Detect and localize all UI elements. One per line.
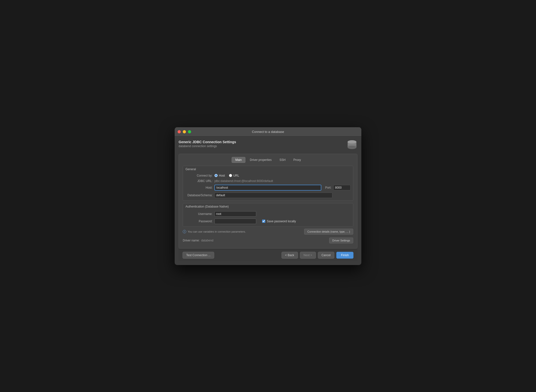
minimize-button[interactable] xyxy=(183,130,186,133)
save-password-label: Save password locally xyxy=(267,220,296,223)
maximize-button[interactable] xyxy=(188,130,191,133)
general-section-title: General xyxy=(183,166,353,172)
host-label: Host: xyxy=(185,186,212,189)
header-text: Generic JDBC Connection Settings databen… xyxy=(179,140,236,148)
radio-host-label: Host xyxy=(219,174,225,177)
tab-ssh[interactable]: SSH xyxy=(276,157,289,163)
driver-row: Driver name: databend Driver Settings xyxy=(183,237,353,244)
password-row: Password: Save password locally xyxy=(185,219,351,224)
radio-url-input[interactable] xyxy=(229,174,232,177)
jdbc-url-row: JDBC URL: jdbc:databend://root:@localhos… xyxy=(185,179,351,183)
header-title: Generic JDBC Connection Settings xyxy=(179,140,236,144)
general-section: General Connect by: Host URL xyxy=(183,166,353,201)
tab-driver-properties[interactable]: Driver properties xyxy=(246,157,275,163)
database-input[interactable] xyxy=(214,193,332,198)
jdbc-url-value: jdbc:databend://root:@localhost:8000/def… xyxy=(214,179,273,183)
password-label: Password: xyxy=(185,220,212,223)
info-row: i You can use variables in connection pa… xyxy=(183,229,353,235)
save-password-checkbox[interactable] xyxy=(262,220,265,223)
driver-name-label: Driver name: xyxy=(183,239,200,242)
auth-section-content: Username: Password: Save password locall… xyxy=(183,210,353,226)
connection-details-button[interactable]: Connection details (name, type, ... ) xyxy=(304,229,353,235)
username-input[interactable] xyxy=(214,211,256,217)
tab-main[interactable]: Main xyxy=(232,157,245,163)
main-window: Connect to a database Generic JDBC Conne… xyxy=(175,127,361,265)
database-label: Database/Schema: xyxy=(185,194,212,197)
footer-right: < Back Next > Cancel Finish xyxy=(282,252,353,259)
radio-url-option[interactable]: URL xyxy=(229,174,239,177)
tabs-row: Main Driver properties SSH Proxy xyxy=(183,157,353,163)
driver-name-value: databend xyxy=(201,239,213,242)
info-text: You can use variables in connection para… xyxy=(188,230,246,233)
tabs-panel: Main Driver properties SSH Proxy General… xyxy=(179,154,357,249)
connect-by-radio-group: Host URL xyxy=(214,174,239,177)
window-controls xyxy=(178,130,191,133)
titlebar-title: Connect to a database xyxy=(252,130,284,134)
host-row: Host: Port: xyxy=(185,185,351,191)
svg-point-2 xyxy=(348,146,356,149)
header-subtitle: databend connection settings xyxy=(179,144,236,148)
window-body: Generic JDBC Connection Settings databen… xyxy=(175,137,361,265)
port-input[interactable] xyxy=(333,185,351,190)
cancel-button[interactable]: Cancel xyxy=(318,252,334,259)
host-input[interactable] xyxy=(214,185,321,191)
radio-host-option[interactable]: Host xyxy=(214,174,225,177)
titlebar: Connect to a database xyxy=(175,127,361,137)
driver-settings-button[interactable]: Driver Settings xyxy=(329,238,353,243)
auth-section-title: Authentication (Database Native) xyxy=(183,203,353,210)
footer: Test Connection ... < Back Next > Cancel… xyxy=(179,249,357,261)
password-input[interactable] xyxy=(214,219,256,224)
next-button[interactable]: Next > xyxy=(300,252,316,259)
database-row: Database/Schema: xyxy=(185,193,351,198)
window-header: Generic JDBC Connection Settings databen… xyxy=(179,140,357,151)
back-button[interactable]: < Back xyxy=(282,252,298,259)
radio-host-input[interactable] xyxy=(214,174,218,177)
driver-label-row: Driver name: databend xyxy=(183,239,213,242)
save-password-group: Save password locally xyxy=(262,220,296,223)
connect-by-label: Connect by: xyxy=(185,174,212,177)
finish-button[interactable]: Finish xyxy=(336,252,353,259)
jdbc-url-label: JDBC URL: xyxy=(185,179,212,183)
username-row: Username: xyxy=(185,211,351,217)
username-label: Username: xyxy=(185,212,212,216)
radio-url-label: URL xyxy=(233,174,239,177)
bottom-info-area: i You can use variables in connection pa… xyxy=(183,227,353,245)
close-button[interactable] xyxy=(178,130,181,133)
auth-section: Authentication (Database Native) Usernam… xyxy=(183,203,353,227)
general-section-content: Connect by: Host URL xyxy=(183,172,353,200)
svg-point-4 xyxy=(348,143,356,146)
tab-proxy[interactable]: Proxy xyxy=(290,157,304,163)
database-icon xyxy=(347,140,357,151)
port-label: Port: xyxy=(325,186,331,189)
test-connection-button[interactable]: Test Connection ... xyxy=(183,252,214,259)
info-left: i You can use variables in connection pa… xyxy=(183,230,246,233)
info-icon: i xyxy=(183,230,186,233)
connect-by-row: Connect by: Host URL xyxy=(185,174,351,177)
